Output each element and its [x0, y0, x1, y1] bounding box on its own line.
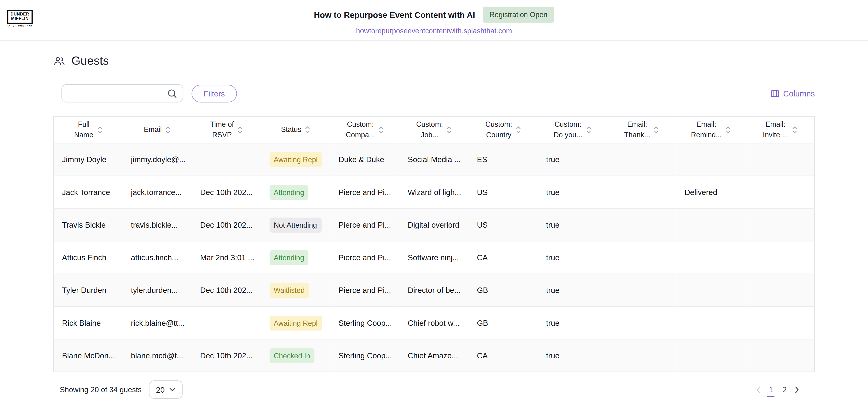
sort-icon[interactable]: [166, 126, 170, 134]
column-header-rsvp-time[interactable]: Time of RSVP: [192, 117, 261, 143]
columns-button[interactable]: Columns: [770, 89, 815, 98]
sort-icon[interactable]: [97, 126, 102, 134]
cell-invite: [745, 241, 814, 274]
cell-status: Waitlisted: [261, 274, 330, 307]
chevron-down-icon: [169, 388, 176, 392]
toolbar: Filters Columns: [53, 84, 815, 103]
status-badge: Checked In: [269, 348, 315, 363]
cell-status: Attending: [261, 176, 330, 208]
event-url-link[interactable]: howtorepurposeeventcontentwith.splashtha…: [356, 27, 512, 35]
table-row[interactable]: Jack Torrancejack.torrance...Dec 10th 20…: [54, 176, 815, 208]
column-header-email[interactable]: Email: [123, 117, 192, 143]
cell-rsvp-time: Dec 10th 202...: [192, 176, 261, 208]
next-page-button[interactable]: [794, 385, 800, 394]
status-badge: Awaiting Repl: [269, 315, 322, 330]
cell-full-name: Atticus Finch: [54, 241, 123, 274]
columns-icon: [770, 89, 779, 98]
table-row[interactable]: Tyler Durdentyler.durden...Dec 10th 202.…: [54, 274, 815, 307]
cell-job: Social Media ...: [400, 143, 469, 176]
column-header-status[interactable]: Status: [261, 117, 330, 143]
column-header-job[interactable]: Custom: Job...: [400, 117, 469, 143]
cell-thank-you: [607, 339, 676, 372]
cell-email: jimmy.doyle@...: [123, 143, 192, 176]
column-header-do-you[interactable]: Custom: Do you...: [538, 117, 607, 143]
logo-line-2: MIFFLIN: [10, 17, 29, 21]
guest-table-body: Jimmy Doylejimmy.doyle@...Awaiting ReplD…: [54, 143, 815, 372]
sort-icon[interactable]: [379, 126, 384, 134]
event-title: How to Repurpose Event Content with AI: [314, 10, 475, 19]
table-row[interactable]: Travis Bickletravis.bickle...Dec 10th 20…: [54, 208, 815, 241]
cell-invite: [745, 339, 814, 372]
cell-company: Pierce and Pi...: [330, 208, 400, 241]
guest-count-summary: Showing 20 of 34 guests: [60, 385, 142, 394]
column-label: Status: [281, 125, 302, 135]
pagination: 12: [755, 384, 815, 395]
status-badge: Awaiting Repl: [269, 152, 322, 167]
cell-do-you: true: [538, 307, 607, 339]
cell-reminder: [676, 208, 745, 241]
cell-reminder: Delivered: [676, 176, 745, 208]
column-header-thank-you[interactable]: Email: Thank...: [607, 117, 676, 143]
status-badge: Waitlisted: [269, 283, 309, 298]
sort-icon[interactable]: [654, 126, 659, 134]
table-row[interactable]: Jimmy Doylejimmy.doyle@...Awaiting ReplD…: [54, 143, 815, 176]
cell-company: Pierce and Pi...: [330, 241, 400, 274]
page-size-value: 20: [156, 385, 165, 394]
cell-thank-you: [607, 208, 676, 241]
cell-reminder: [676, 241, 745, 274]
cell-status: Awaiting Repl: [261, 143, 330, 176]
page-button-1[interactable]: 1: [767, 384, 775, 395]
sort-icon[interactable]: [516, 126, 521, 134]
column-label: Email: [144, 125, 162, 135]
column-label: Email: Remind...: [691, 119, 722, 140]
cell-job: Wizard of ligh...: [400, 176, 469, 208]
search-input[interactable]: [61, 84, 183, 103]
cell-rsvp-time: Dec 10th 202...: [192, 208, 261, 241]
column-label: Custom: Compa...: [346, 119, 375, 140]
header: DUNDER MIFFLIN PAPER COMPANY How to Repu…: [0, 0, 868, 41]
prev-page-button[interactable]: [755, 385, 762, 394]
dunder-mifflin-logo[interactable]: DUNDER MIFFLIN PAPER COMPANY: [6, 10, 33, 27]
cell-thank-you: [607, 241, 676, 274]
guest-table: Full NameEmailTime of RSVPStatusCustom: …: [53, 116, 815, 372]
cell-reminder: [676, 339, 745, 372]
registration-status-badge: Registration Open: [483, 6, 554, 23]
column-header-reminder[interactable]: Email: Remind...: [676, 117, 745, 143]
page-button-2[interactable]: 2: [780, 384, 789, 395]
cell-full-name: Blane McDon...: [54, 339, 123, 372]
cell-full-name: Jimmy Doyle: [54, 143, 123, 176]
sort-icon[interactable]: [725, 126, 731, 134]
cell-email: blane.mcd@t...: [123, 339, 192, 372]
cell-status: Not Attending: [261, 208, 330, 241]
cell-invite: [745, 176, 814, 208]
page-size-select[interactable]: 20: [149, 380, 183, 399]
filters-button[interactable]: Filters: [191, 85, 237, 102]
sort-icon[interactable]: [238, 126, 243, 134]
cell-invite: [745, 208, 814, 241]
cell-rsvp-time: Dec 10th 202...: [192, 274, 261, 307]
cell-email: jack.torrance...: [123, 176, 192, 208]
sort-icon[interactable]: [305, 126, 310, 134]
table-row[interactable]: Atticus Finchatticus.finch...Mar 2nd 3:0…: [54, 241, 815, 274]
column-header-country[interactable]: Custom: Country: [468, 117, 538, 143]
column-header-invite[interactable]: Email: Invite ...: [745, 117, 814, 143]
column-header-company[interactable]: Custom: Compa...: [330, 117, 400, 143]
cell-do-you: true: [538, 339, 607, 372]
search-icon[interactable]: [167, 89, 177, 98]
cell-do-you: true: [538, 176, 607, 208]
sort-icon[interactable]: [586, 126, 591, 134]
cell-country: GB: [468, 274, 538, 307]
search-input-wrapper: [61, 84, 183, 103]
column-label: Time of RSVP: [210, 119, 234, 140]
cell-rsvp-time: Mar 2nd 3:01 ...: [192, 241, 261, 274]
column-header-full-name[interactable]: Full Name: [54, 117, 123, 143]
cell-full-name: Jack Torrance: [54, 176, 123, 208]
sort-icon[interactable]: [447, 126, 452, 134]
table-row[interactable]: Blane McDon...blane.mcd@t...Dec 10th 202…: [54, 339, 815, 372]
sort-icon[interactable]: [792, 126, 797, 134]
cell-invite: [745, 143, 814, 176]
table-row[interactable]: Rick Blainerick.blaine@tt...Awaiting Rep…: [54, 307, 815, 339]
column-label: Email: Invite ...: [763, 119, 788, 140]
cell-thank-you: [607, 143, 676, 176]
cell-rsvp-time: [192, 143, 261, 176]
